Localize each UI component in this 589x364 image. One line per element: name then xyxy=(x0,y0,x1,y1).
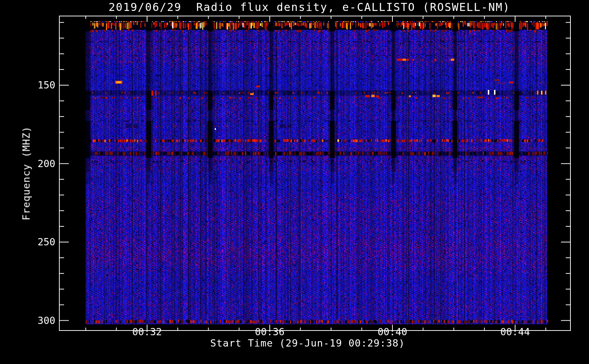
y-tick-label: 300 xyxy=(15,315,55,327)
y-axis-title: Frequency (MHZ) xyxy=(21,126,32,221)
x-tick-label: 00:36 xyxy=(244,326,295,338)
chart-title: 2019/06/29 Radio flux density, e-CALLIST… xyxy=(59,1,560,13)
y-tick-label: 250 xyxy=(15,236,55,248)
x-tick-label: 00:32 xyxy=(122,326,173,338)
y-tick-label: 200 xyxy=(15,158,55,170)
spectrogram-canvas xyxy=(0,0,589,364)
x-axis-title: Start Time (29-Jun-19 00:29:38) xyxy=(59,337,556,349)
y-tick-label: 150 xyxy=(15,79,55,91)
x-tick-label: 00:40 xyxy=(367,326,418,338)
spectrogram-figure: 2019/06/29 Radio flux density, e-CALLIST… xyxy=(0,0,589,364)
x-tick-label: 00:44 xyxy=(490,326,541,338)
